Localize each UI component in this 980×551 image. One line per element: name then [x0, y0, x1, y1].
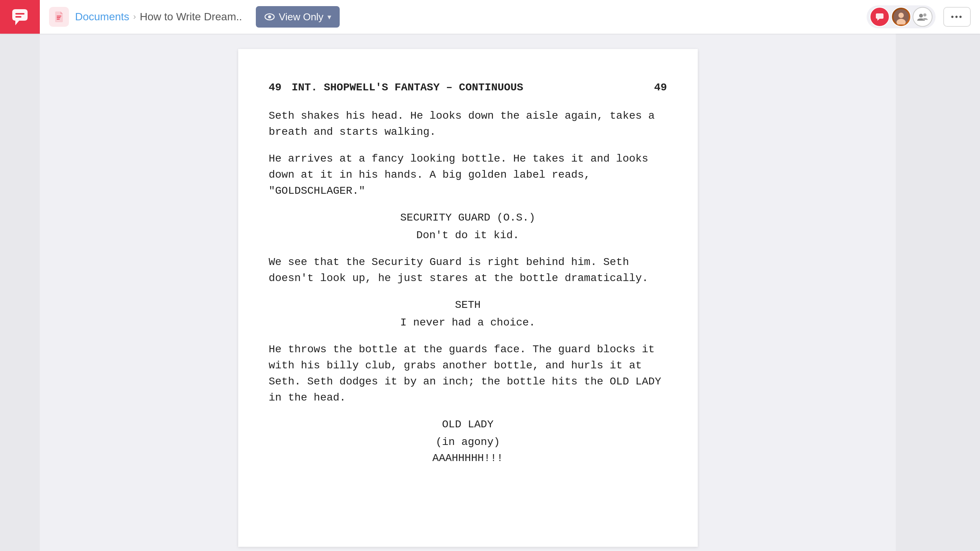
dialogue-block-seth: SETH I never had a choice.	[269, 297, 667, 331]
more-options-button[interactable]: •••	[943, 7, 971, 27]
dialogue-seth: I never had a choice.	[269, 315, 667, 331]
action-block-3: We see that the Security Guard is right …	[269, 254, 667, 286]
document-icon-button[interactable]	[49, 7, 69, 27]
dialogue-block-security-guard: SECURITY GUARD (O.S.) Don't do it kid.	[269, 210, 667, 244]
header: Documents › How to Write Dream.. View On…	[0, 0, 980, 34]
eye-icon	[264, 11, 275, 22]
avatar-people-icon	[913, 7, 933, 27]
view-only-label: View Only	[279, 11, 324, 23]
right-sidebar	[896, 34, 980, 551]
app-logo	[0, 0, 40, 34]
left-sidebar	[0, 34, 40, 551]
avatar-group	[867, 5, 936, 28]
parenthetical-old-lady: (in agony)	[269, 434, 667, 450]
dialogue-block-old-lady: OLD LADY (in agony) AAAHHHHH!!!	[269, 417, 667, 466]
svg-rect-1	[15, 13, 25, 15]
view-only-button[interactable]: View Only ▾	[256, 6, 340, 28]
dialogue-old-lady: AAAHHHHH!!!	[269, 450, 667, 466]
action-block-2: He arrives at a fancy looking bottle. He…	[269, 151, 667, 199]
action-block-1: Seth shakes his head. He looks down the …	[269, 108, 667, 140]
breadcrumb-current: How to Write Dream..	[140, 11, 242, 23]
action-text-2: He arrives at a fancy looking bottle. He…	[269, 151, 667, 199]
action-text-4: He throws the bottle at the guards face.…	[269, 342, 667, 406]
header-right: •••	[867, 5, 971, 28]
scene-number-left: 49	[269, 80, 292, 96]
header-left: Documents › How to Write Dream.. View On…	[49, 6, 340, 28]
avatar-chat	[870, 7, 890, 27]
action-block-4: He throws the bottle at the guards face.…	[269, 342, 667, 406]
svg-rect-5	[57, 19, 60, 20]
svg-point-11	[919, 14, 923, 18]
svg-point-12	[923, 13, 926, 16]
character-name-security-guard: SECURITY GUARD (O.S.)	[269, 210, 667, 226]
dialogue-security-guard: Don't do it kid.	[269, 227, 667, 244]
more-options-label: •••	[951, 12, 963, 22]
scene-heading-text: INT. SHOPWELL'S FANTASY – CONTINUOUS	[292, 80, 644, 96]
action-text-3: We see that the Security Guard is right …	[269, 254, 667, 286]
avatar-user	[891, 7, 911, 27]
main-area: 49 INT. SHOPWELL'S FANTASY – CONTINUOUS …	[0, 34, 980, 551]
document-page: 49 INT. SHOPWELL'S FANTASY – CONTINUOUS …	[238, 49, 698, 547]
chevron-down-icon: ▾	[327, 12, 331, 21]
breadcrumb: Documents › How to Write Dream..	[75, 11, 242, 23]
scene-heading: 49 INT. SHOPWELL'S FANTASY – CONTINUOUS …	[269, 80, 667, 96]
character-name-old-lady: OLD LADY	[269, 417, 667, 433]
document-container: 49 INT. SHOPWELL'S FANTASY – CONTINUOUS …	[40, 34, 896, 551]
scene-number-right: 49	[644, 80, 667, 96]
svg-rect-3	[57, 16, 61, 16]
action-text-1: Seth shakes his head. He looks down the …	[269, 108, 667, 140]
breadcrumb-separator: ›	[133, 12, 136, 22]
svg-point-9	[898, 13, 904, 18]
breadcrumb-parent[interactable]: Documents	[75, 11, 129, 23]
script-content: 49 INT. SHOPWELL'S FANTASY – CONTINUOUS …	[269, 80, 667, 466]
character-name-seth: SETH	[269, 297, 667, 313]
svg-rect-4	[57, 17, 61, 18]
svg-point-7	[268, 15, 271, 18]
svg-rect-2	[15, 16, 21, 18]
